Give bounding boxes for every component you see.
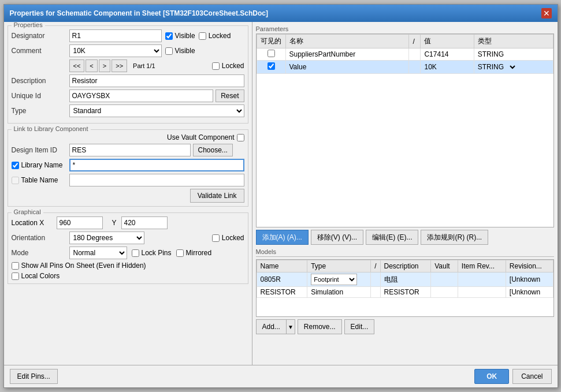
left-panel: Properties Designator Visible Locked bbox=[4, 22, 252, 365]
orientation-locked-label: Locked bbox=[222, 234, 244, 242]
model-name-1: RESISTOR bbox=[257, 287, 307, 298]
title-bar: Properties for Schematic Component in Sh… bbox=[4, 5, 558, 22]
dialog-body: Properties Designator Visible Locked bbox=[4, 22, 558, 365]
param-col-visible: 可见的 bbox=[257, 35, 285, 48]
model-desc-1: RESISTOR bbox=[380, 287, 431, 298]
models-label: Models bbox=[256, 248, 554, 257]
param-type-select[interactable]: ▼ bbox=[506, 62, 517, 72]
param-value-0: C17414 bbox=[421, 48, 474, 61]
description-input[interactable] bbox=[69, 74, 244, 87]
location-row: Location X Y bbox=[12, 216, 244, 229]
vault-row: Use Vault Component bbox=[12, 133, 244, 141]
right-panel: Parameters 可见的 名称 / 值 类型 bbox=[252, 22, 558, 365]
library-link-section: Link to Library Component Use Vault Comp… bbox=[8, 129, 248, 207]
parameters-section: Parameters 可见的 名称 / 值 类型 bbox=[256, 25, 554, 245]
description-label: Description bbox=[12, 77, 69, 85]
ok-button[interactable]: OK bbox=[474, 369, 509, 384]
nav-prev-button[interactable]: < bbox=[86, 59, 97, 72]
description-row: Description bbox=[12, 74, 244, 87]
unique-id-row: Unique Id Reset bbox=[12, 89, 244, 102]
designator-visible-checkbox[interactable] bbox=[165, 32, 173, 40]
use-vault-label: Use Vault Component bbox=[167, 133, 235, 141]
orientation-locked-checkbox[interactable] bbox=[212, 234, 220, 242]
remove-model-button[interactable]: Remove... bbox=[298, 319, 342, 334]
location-x-label: Location X bbox=[12, 219, 52, 227]
close-button[interactable]: ✕ bbox=[541, 8, 552, 18]
local-colors-row: Local Colors bbox=[12, 272, 244, 280]
model-desc-0: 电阻 bbox=[380, 272, 431, 287]
model-row[interactable]: RESISTOR Simulation RESISTOR [Unknown bbox=[257, 287, 553, 298]
add-param-button[interactable]: 添加(A) (A)... bbox=[256, 230, 309, 245]
nav-next-button[interactable]: > bbox=[99, 59, 110, 72]
table-name-checkbox[interactable] bbox=[12, 177, 19, 184]
design-item-id-input[interactable] bbox=[69, 144, 191, 156]
table-name-input[interactable] bbox=[69, 174, 244, 186]
comment-select[interactable]: 10K bbox=[69, 44, 162, 57]
param-slash-0 bbox=[409, 48, 421, 61]
model-item-rev-1 bbox=[458, 287, 506, 298]
type-row: Type Standard Net Tie Standard (No ERC) … bbox=[12, 104, 244, 117]
properties-section: Properties Designator Visible Locked bbox=[8, 25, 248, 124]
param-visible-checkbox-0[interactable] bbox=[268, 50, 275, 57]
param-visible-checkbox-1[interactable] bbox=[268, 62, 275, 70]
param-name-0: SuppliersPartNumber bbox=[285, 48, 409, 61]
param-row[interactable]: Value 10K STRING ▼ bbox=[257, 61, 553, 74]
model-slash-0 bbox=[371, 272, 380, 287]
designator-locked-checkbox[interactable] bbox=[199, 32, 206, 40]
edit-param-button[interactable]: 编辑(E) (E)... bbox=[366, 230, 418, 245]
orientation-select[interactable]: 0 Degrees 90 Degrees 180 Degrees 270 Deg… bbox=[69, 232, 144, 244]
library-name-input[interactable] bbox=[69, 159, 244, 171]
choose-button[interactable]: Choose... bbox=[193, 144, 233, 156]
designator-row: Designator Visible Locked bbox=[12, 29, 244, 42]
designator-input[interactable] bbox=[69, 29, 162, 42]
reset-button[interactable]: Reset bbox=[216, 89, 244, 102]
comment-visible-group: Visible bbox=[165, 47, 195, 55]
nav-last-button[interactable]: >> bbox=[112, 59, 127, 72]
visible-label: Visible bbox=[175, 32, 195, 40]
cancel-button[interactable]: Cancel bbox=[512, 369, 551, 384]
visible-check-group: Visible bbox=[165, 32, 195, 40]
comment-row: Comment 10K Visible bbox=[12, 44, 244, 57]
model-row[interactable]: 0805R Footprint Simulation 电阻 bbox=[257, 272, 553, 287]
location-y-input[interactable] bbox=[121, 216, 168, 229]
edit-pins-button[interactable]: Edit Pins... bbox=[10, 369, 58, 384]
graphical-section: Graphical Location X Y Orientation 0 Deg… bbox=[8, 212, 248, 284]
remove-param-button[interactable]: 移除(V) (V)... bbox=[311, 230, 363, 245]
lock-pins-checkbox[interactable] bbox=[132, 249, 139, 257]
model-col-vault: Vault bbox=[431, 260, 458, 272]
nav-first-button[interactable]: << bbox=[69, 59, 85, 72]
properties-section-label: Properties bbox=[12, 22, 45, 28]
comment-label: Comment bbox=[12, 47, 69, 55]
comment-visible-checkbox[interactable] bbox=[165, 47, 173, 55]
library-name-checkbox[interactable] bbox=[12, 162, 19, 169]
show-all-pins-checkbox[interactable] bbox=[12, 262, 19, 270]
model-item-rev-0 bbox=[458, 272, 506, 287]
mode-select[interactable]: Normal De Morgan IEEE bbox=[69, 247, 127, 259]
validate-link-button[interactable]: Validate Link bbox=[190, 189, 244, 203]
add-model-arrow-button[interactable]: ▼ bbox=[286, 319, 295, 334]
param-row[interactable]: SuppliersPartNumber C17414 STRING bbox=[257, 48, 553, 61]
comment-visible-label: Visible bbox=[175, 47, 195, 55]
mode-row: Mode Normal De Morgan IEEE Lock Pins Mir… bbox=[12, 247, 244, 259]
model-type-1: Simulation bbox=[307, 287, 371, 298]
model-col-name: Name bbox=[257, 260, 307, 272]
add-rule-button[interactable]: 添加规则(R) (R)... bbox=[421, 230, 488, 245]
edit-model-button[interactable]: Edit... bbox=[344, 319, 375, 334]
location-x-input[interactable] bbox=[57, 216, 103, 229]
show-pins-row: Show All Pins On Sheet (Even if Hidden) bbox=[12, 262, 244, 270]
use-vault-checkbox[interactable] bbox=[237, 134, 244, 141]
local-colors-checkbox[interactable] bbox=[12, 272, 19, 280]
validate-row: Validate Link bbox=[12, 189, 244, 203]
unique-id-input[interactable] bbox=[69, 89, 214, 102]
param-type-1: STRING ▼ bbox=[474, 61, 553, 74]
add-model-button[interactable]: Add... bbox=[256, 319, 286, 334]
locked-check-group: Locked bbox=[199, 32, 231, 40]
param-slash-1 bbox=[409, 61, 421, 74]
models-section: Models Name Type / Description Vault Ite… bbox=[256, 248, 554, 334]
model-type-select-0[interactable]: Footprint Simulation bbox=[311, 274, 357, 285]
mirrored-checkbox[interactable] bbox=[176, 249, 184, 257]
orientation-row: Orientation 0 Degrees 90 Degrees 180 Deg… bbox=[12, 232, 244, 244]
type-select[interactable]: Standard Net Tie Standard (No ERC) Mecha… bbox=[69, 104, 244, 117]
nav-locked-checkbox[interactable] bbox=[212, 62, 220, 70]
unique-id-label: Unique Id bbox=[12, 92, 69, 100]
